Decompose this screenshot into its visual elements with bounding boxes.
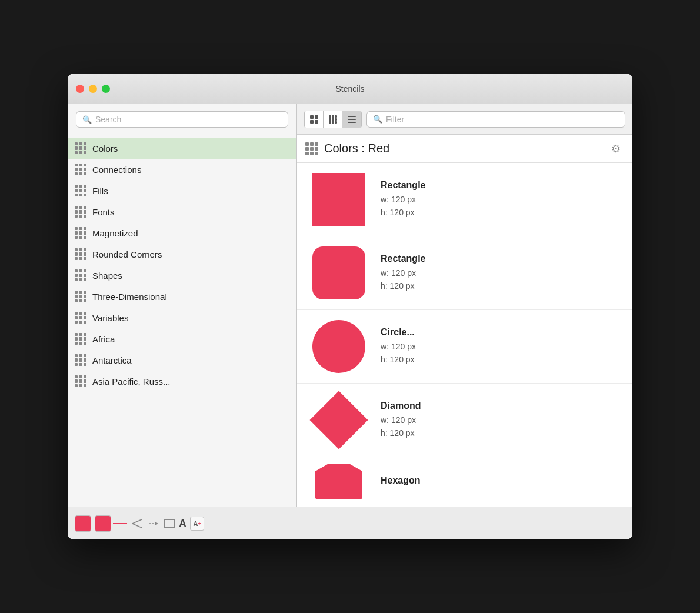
sidebar-item-variables[interactable]: Variables: [68, 307, 296, 328]
shape-info-rect1: Rectangle w: 120 px h: 120 px: [381, 180, 623, 219]
sidebar-item-magnetized[interactable]: Magnetized: [68, 222, 296, 244]
sidebar-label-connections: Connections: [92, 165, 287, 175]
sidebar-label-rounded-corners: Rounded Corners: [92, 249, 287, 259]
list-view-button[interactable]: [342, 111, 361, 128]
svg-marker-19: [155, 522, 158, 525]
minimize-button[interactable]: [89, 85, 97, 93]
shape-name-circle: Circle...: [381, 327, 623, 338]
view-toolbar: 🔍 Filter: [297, 104, 632, 135]
stroke-color-group: [95, 515, 127, 532]
main-content: 🔍 Search Colors: [68, 104, 632, 507]
rect-outline-tool[interactable]: [164, 519, 175, 528]
shape-dims-rect2: w: 120 px h: 120 px: [381, 266, 623, 293]
app-window: Stencils 🔍 Search Colors: [68, 74, 632, 539]
list-item[interactable]: Circle... w: 120 px h: 120 px: [297, 310, 632, 384]
shape-preview-rect1: [306, 170, 371, 229]
sidebar-label-fonts: Fonts: [92, 207, 287, 217]
sidebar-item-asia-pacific[interactable]: Asia Pacific, Russ...: [68, 371, 296, 392]
view-mode-group: [304, 111, 362, 128]
shape-height-rect2: 120 px: [390, 281, 415, 291]
shape-name-rect1: Rectangle: [381, 180, 623, 191]
shape-name-rect2: Rectangle: [381, 254, 623, 264]
svg-rect-11: [332, 121, 334, 124]
shape-width-diamond: 120 px: [391, 415, 416, 425]
line-style-preview: [113, 523, 127, 524]
settings-button[interactable]: ⚙: [608, 141, 624, 157]
stroke-color-swatch[interactable]: [95, 515, 111, 532]
search-box[interactable]: 🔍 Search: [76, 111, 288, 128]
sidebar-search-area: 🔍 Search: [68, 104, 296, 135]
diamond-shape: [310, 391, 368, 449]
grid-icon-magnetized: [75, 227, 86, 239]
svg-rect-15: [348, 122, 356, 123]
list-item[interactable]: Rectangle w: 120 px h: 120 px: [297, 236, 632, 310]
grid-icon-africa: [75, 333, 86, 345]
hierarchy-view-button[interactable]: [305, 111, 324, 128]
search-placeholder: Search: [95, 115, 121, 124]
grid-icon-rounded-corners: [75, 248, 86, 260]
list-item[interactable]: Rectangle w: 120 px h: 120 px: [297, 163, 632, 236]
grid-icon-fonts: [75, 206, 86, 218]
shape-width-circle: 120 px: [391, 342, 416, 351]
shape-info-diamond: Diamond w: 120 px h: 120 px: [381, 401, 623, 440]
fill-color-swatch[interactable]: [75, 515, 91, 532]
shape-width-rect1: 120 px: [391, 195, 416, 204]
list-item[interactable]: Hexagon: [297, 457, 632, 507]
list-item[interactable]: Diamond w: 120 px h: 120 px: [297, 384, 632, 457]
close-button[interactable]: [76, 85, 84, 93]
sidebar-item-africa[interactable]: Africa: [68, 328, 296, 349]
window-title: Stencils: [335, 84, 364, 94]
grid-icon-fills: [75, 185, 86, 196]
sidebar-item-antarctica[interactable]: Antarctica: [68, 349, 296, 371]
shape-dims-rect1: w: 120 px h: 120 px: [381, 193, 623, 219]
filter-input[interactable]: 🔍 Filter: [366, 111, 625, 128]
grid-icon-colors: [75, 142, 86, 154]
svg-rect-7: [329, 118, 331, 121]
svg-rect-8: [332, 118, 334, 121]
grid-icon-connections: [75, 164, 86, 175]
sidebar-item-fills[interactable]: Fills: [68, 180, 296, 201]
shape-info-circle: Circle... w: 120 px h: 120 px: [381, 327, 623, 367]
panel-title: Colors : Red: [324, 142, 602, 155]
grid-view-button[interactable]: [324, 111, 342, 128]
svg-rect-13: [348, 116, 356, 117]
shape-info-hexagon: Hexagon: [381, 475, 623, 488]
svg-line-17: [132, 524, 142, 528]
filter-icon: 🔍: [373, 115, 382, 124]
text-tool[interactable]: A: [179, 518, 186, 529]
circle-shape: [312, 320, 365, 373]
shape-width-rect2: 120 px: [391, 268, 416, 278]
panel-header: Colors : Red ⚙: [297, 135, 632, 163]
sidebar-label-africa: Africa: [92, 334, 287, 344]
svg-rect-5: [332, 115, 334, 118]
sidebar-item-colors[interactable]: Colors: [68, 138, 296, 159]
shape-dims-diamond: w: 120 px h: 120 px: [381, 414, 623, 440]
shape-preview-rect2: [306, 244, 371, 302]
dash-style-group[interactable]: [131, 517, 144, 530]
rounded-rect-shape: [312, 246, 365, 299]
filter-placeholder: Filter: [386, 115, 404, 124]
svg-rect-14: [348, 119, 356, 120]
grid-icon-variables: [75, 312, 86, 324]
shape-preview-hexagon: [306, 464, 371, 499]
shape-preview-circle: [306, 317, 371, 376]
sidebar-item-connections[interactable]: Connections: [68, 159, 296, 180]
shape-name-hexagon: Hexagon: [381, 475, 623, 486]
arrow-style-group[interactable]: [147, 517, 160, 530]
sidebar-item-rounded-corners[interactable]: Rounded Corners: [68, 244, 296, 265]
shape-list: Rectangle w: 120 px h: 120 px Rectangle: [297, 163, 632, 507]
sidebar-label-colors: Colors: [92, 144, 287, 154]
sidebar-item-fonts[interactable]: Fonts: [68, 201, 296, 222]
sidebar-item-shapes[interactable]: Shapes: [68, 265, 296, 286]
sidebar-item-three-dimensional[interactable]: Three-Dimensional: [68, 286, 296, 307]
sidebar-list: Colors Connections Fil: [68, 135, 296, 507]
maximize-button[interactable]: [102, 85, 110, 93]
bottom-toolbar: A A+: [68, 507, 632, 539]
svg-rect-10: [329, 121, 331, 124]
sidebar-label-magnetized: Magnetized: [92, 228, 287, 238]
hexagon-shape: [315, 471, 362, 498]
svg-line-16: [132, 519, 142, 524]
text-edit-tool[interactable]: A+: [190, 517, 204, 531]
svg-rect-12: [335, 121, 337, 124]
shape-height-rect1: 120 px: [390, 208, 415, 217]
